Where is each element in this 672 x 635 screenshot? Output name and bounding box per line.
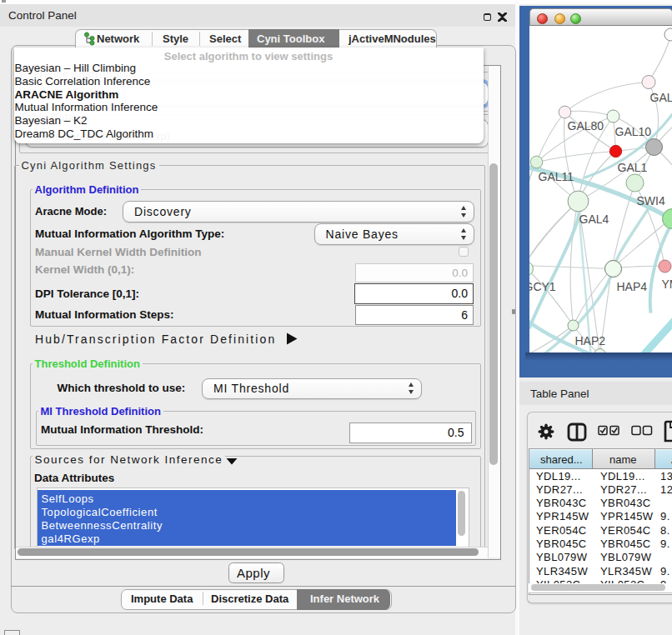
svg-text:HAP2: HAP2 bbox=[574, 333, 605, 347]
svg-text:SWI4: SWI4 bbox=[636, 193, 664, 207]
svg-text:GAL80: GAL80 bbox=[567, 118, 604, 132]
svg-text:GAL10: GAL10 bbox=[614, 124, 651, 138]
svg-text:GAL1: GAL1 bbox=[617, 160, 647, 173]
svg-text:HAP4: HAP4 bbox=[616, 279, 647, 292]
svg-text:GAL2: GAL2 bbox=[649, 90, 672, 103]
svg-text:GAL4: GAL4 bbox=[579, 212, 609, 225]
svg-text:GCY1: GCY1 bbox=[529, 279, 556, 292]
svg-text:GAL11: GAL11 bbox=[538, 169, 574, 182]
svg-text:YM: YM bbox=[661, 277, 672, 290]
